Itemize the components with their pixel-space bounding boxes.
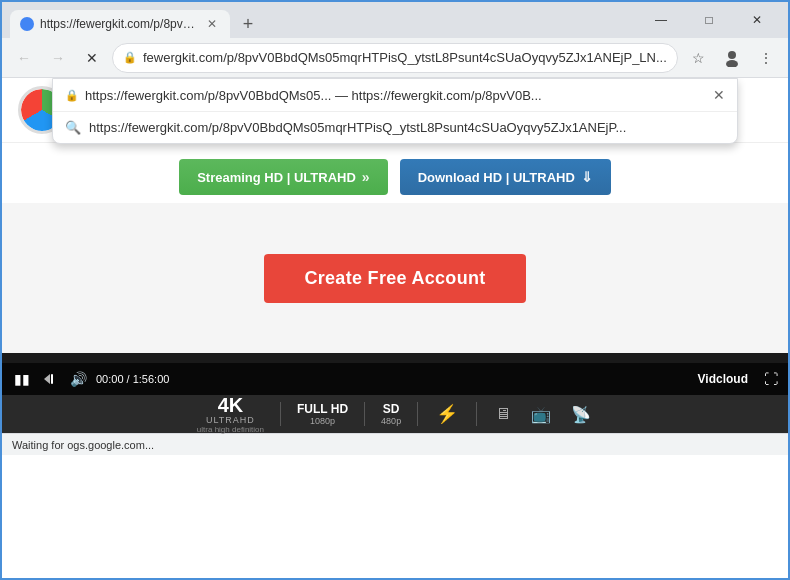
video-controls-bar: ▮▮ 🔊 00:00 / 1:56:00 Vidcloud ⛶: [2, 363, 788, 395]
streaming-label: Streaming HD | ULTRAHD: [197, 170, 356, 185]
dropdown-close-button[interactable]: ✕: [713, 87, 725, 103]
rewind-button[interactable]: [40, 369, 60, 389]
fullscreen-button[interactable]: ⛶: [764, 371, 778, 387]
quality-tv-icon: 📺: [529, 405, 553, 424]
time-display: 00:00 / 1:56:00: [96, 373, 169, 385]
new-tab-button[interactable]: +: [234, 10, 262, 38]
quality-ultrahd-label: ULTRAHD: [206, 415, 255, 425]
svg-rect-2: [51, 374, 53, 384]
tab-title: https://fewergkit.com/p/8pvV0Bb...: [40, 17, 198, 31]
dropdown-url-bar: 🔒 https://fewergkit.com/p/8pvV0BbdQMs05.…: [53, 79, 737, 112]
svg-point-0: [728, 51, 736, 59]
cast-icon: 📡: [571, 405, 591, 424]
address-bar: ← → ✕ 🔒 fewergkit.com/p/8pvV0BbdQMs05mqr…: [2, 38, 788, 78]
streaming-buttons-area: Streaming HD | ULTRAHD » Download HD | U…: [2, 143, 788, 203]
quality-cast-icon: 📡: [569, 405, 593, 424]
tv-icon: 📺: [531, 405, 551, 424]
main-content-area: Create Free Account: [2, 203, 788, 353]
chevrons-icon: »: [362, 169, 370, 185]
svg-point-1: [726, 60, 738, 67]
divider-4: [476, 402, 477, 426]
autocomplete-dropdown: 🔒 https://fewergkit.com/p/8pvV0BbdQMs05.…: [52, 78, 738, 144]
quality-bar: 4K ULTRAHD ultra high definition FULL HD…: [2, 395, 788, 433]
browser-window: https://fewergkit.com/p/8pvV0Bb... ✕ + —…: [0, 0, 790, 580]
menu-button[interactable]: ⋮: [752, 44, 780, 72]
quality-fullhd-label: FULL HD: [297, 402, 348, 416]
back-button[interactable]: ←: [10, 44, 38, 72]
url-text: fewergkit.com/p/8pvV0BbdQMs05mqrHTPisQ_y…: [143, 50, 667, 65]
dropdown-suggestion[interactable]: 🔍 https://fewergkit.com/p/8pvV0BbdQMs05m…: [53, 112, 737, 143]
dropdown-suggestion-text: https://fewergkit.com/p/8pvV0BbdQMs05mqr…: [89, 120, 626, 135]
volume-button[interactable]: 🔊: [68, 369, 88, 389]
bookmark-button[interactable]: ☆: [684, 44, 712, 72]
close-button[interactable]: ✕: [734, 5, 780, 35]
play-pause-button[interactable]: ▮▮: [12, 369, 32, 389]
flash-icon: ⚡: [436, 403, 458, 425]
download-arrow-icon: ⇓: [581, 169, 593, 185]
dropdown-lock-icon: 🔒: [65, 89, 79, 102]
page-content: 🔒 https://fewergkit.com/p/8pvV0BbdQMs05.…: [2, 78, 788, 578]
dropdown-url-text: https://fewergkit.com/p/8pvV0BbdQMs05...…: [85, 88, 707, 103]
status-bar: Waiting for ogs.google.com...: [2, 433, 788, 455]
forward-button[interactable]: →: [44, 44, 72, 72]
download-label: Download HD | ULTRAHD: [418, 170, 575, 185]
quality-desktop-icon: 🖥: [493, 405, 513, 423]
vidcloud-logo: Vidcloud: [698, 372, 748, 386]
title-bar: https://fewergkit.com/p/8pvV0Bb... ✕ + —…: [2, 2, 788, 38]
quality-sd-sub: 480p: [381, 416, 401, 426]
divider-2: [364, 402, 365, 426]
quality-sd-item: SD 480p: [381, 402, 401, 426]
divider-1: [280, 402, 281, 426]
quality-fullhd-sub: 1080p: [310, 416, 335, 426]
active-tab[interactable]: https://fewergkit.com/p/8pvV0Bb... ✕: [10, 10, 230, 38]
reload-button[interactable]: ✕: [78, 44, 106, 72]
quality-flash-item: ⚡: [434, 403, 460, 425]
lock-icon: 🔒: [123, 51, 137, 64]
status-text: Waiting for ogs.google.com...: [12, 439, 154, 451]
url-bar[interactable]: 🔒 fewergkit.com/p/8pvV0BbdQMs05mqrHTPisQ…: [112, 43, 678, 73]
divider-3: [417, 402, 418, 426]
tab-close-button[interactable]: ✕: [204, 16, 220, 32]
quality-sd-label: SD: [383, 402, 400, 416]
quality-4k-label: 4K: [218, 395, 244, 415]
streaming-hd-button[interactable]: Streaming HD | ULTRAHD »: [179, 159, 387, 195]
quality-4k-item: 4K ULTRAHD ultra high definition: [197, 395, 264, 434]
create-account-button[interactable]: Create Free Account: [264, 254, 525, 303]
maximize-button[interactable]: □: [686, 5, 732, 35]
window-controls: — □ ✕: [638, 5, 780, 35]
minimize-button[interactable]: —: [638, 5, 684, 35]
tab-area: https://fewergkit.com/p/8pvV0Bb... ✕ +: [10, 2, 634, 38]
tab-favicon: [20, 17, 34, 31]
quality-fullhd-item: FULL HD 1080p: [297, 402, 348, 426]
download-hd-button[interactable]: Download HD | ULTRAHD ⇓: [400, 159, 611, 195]
quality-uhd-sub: ultra high definition: [197, 425, 264, 434]
video-player: ▮▮ 🔊 00:00 / 1:56:00 Vidcloud ⛶ 4K: [2, 353, 788, 433]
profile-button[interactable]: [718, 44, 746, 72]
dropdown-search-icon: 🔍: [65, 120, 81, 135]
desktop-icon: 🖥: [495, 405, 511, 423]
